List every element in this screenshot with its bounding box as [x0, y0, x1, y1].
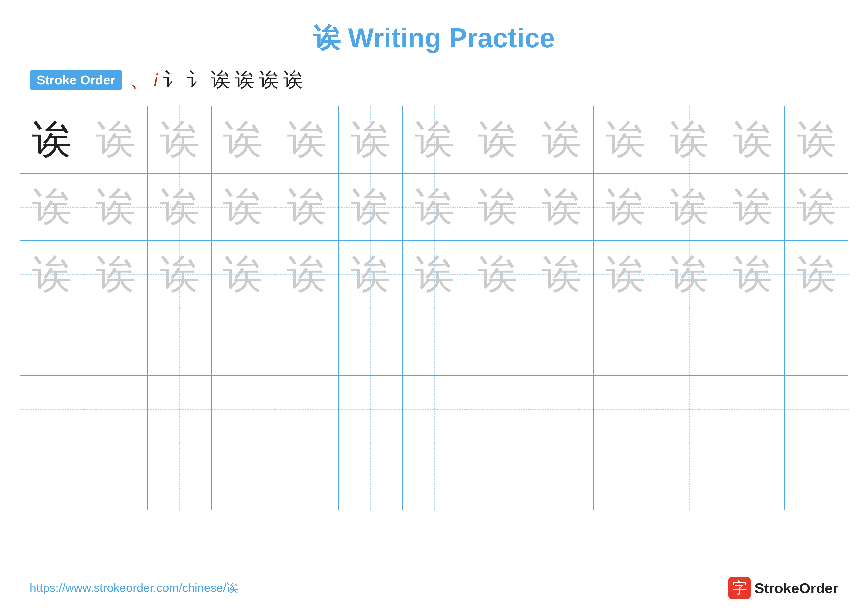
grid-cell[interactable]: [721, 308, 785, 375]
page-title: 诶 Writing Practice: [0, 0, 868, 57]
grid-cell[interactable]: [467, 443, 530, 510]
grid-cell[interactable]: [275, 443, 339, 510]
grid-cell[interactable]: 诶: [148, 106, 212, 173]
grid-cell[interactable]: [657, 376, 721, 443]
stroke-1: 、: [130, 67, 149, 93]
practice-grid: 诶 诶 诶 诶 诶 诶 诶 诶 诶 诶 诶 诶 诶 诶 诶 诶 诶 诶 诶 诶 …: [20, 106, 848, 510]
grid-cell[interactable]: 诶: [530, 241, 594, 308]
stroke-8: 诶: [283, 67, 303, 93]
grid-cell[interactable]: [20, 376, 84, 443]
grid-cell[interactable]: [275, 308, 339, 375]
grid-cell[interactable]: 诶: [339, 106, 403, 173]
grid-cell[interactable]: 诶: [403, 241, 467, 308]
grid-row-1: 诶 诶 诶 诶 诶 诶 诶 诶 诶 诶 诶 诶 诶: [20, 106, 848, 174]
grid-cell[interactable]: [785, 376, 849, 443]
grid-cell[interactable]: 诶: [84, 241, 148, 308]
grid-cell[interactable]: [467, 308, 530, 375]
grid-cell[interactable]: [339, 376, 403, 443]
stroke-order-badge: Stroke Order: [30, 70, 122, 90]
grid-cell[interactable]: [84, 376, 148, 443]
grid-cell[interactable]: [212, 376, 275, 443]
grid-cell[interactable]: 诶: [594, 174, 658, 241]
grid-cell[interactable]: 诶: [275, 241, 339, 308]
grid-cell[interactable]: [530, 376, 594, 443]
stroke-5: 诶: [211, 67, 230, 93]
grid-cell[interactable]: 诶: [212, 174, 275, 241]
grid-cell[interactable]: [403, 376, 467, 443]
grid-cell[interactable]: 诶: [785, 174, 849, 241]
grid-cell[interactable]: 诶: [657, 106, 721, 173]
grid-cell[interactable]: [339, 443, 403, 510]
logo-icon: 字: [728, 577, 751, 599]
grid-cell[interactable]: 诶: [275, 106, 339, 173]
grid-cell[interactable]: [20, 308, 84, 375]
stroke-order-section: Stroke Order 、 i 讠 讠 诶 诶 诶 诶: [0, 67, 868, 93]
grid-row-4: [20, 308, 848, 376]
title-text: 诶 Writing Practice: [313, 23, 555, 53]
grid-cell[interactable]: 诶: [721, 241, 785, 308]
grid-cell[interactable]: [721, 376, 785, 443]
grid-cell[interactable]: [403, 308, 467, 375]
footer-url[interactable]: https://www.strokeorder.com/chinese/诶: [30, 580, 238, 596]
footer-logo: 字 StrokeOrder: [728, 577, 838, 599]
grid-cell[interactable]: [721, 443, 785, 510]
grid-cell[interactable]: 诶: [530, 174, 594, 241]
grid-cell[interactable]: [530, 308, 594, 375]
grid-cell[interactable]: 诶: [467, 241, 530, 308]
grid-cell[interactable]: [148, 308, 212, 375]
grid-cell[interactable]: 诶: [467, 174, 530, 241]
grid-cell[interactable]: 诶: [403, 174, 467, 241]
grid-cell[interactable]: 诶: [20, 174, 84, 241]
grid-cell[interactable]: 诶: [785, 241, 849, 308]
grid-cell[interactable]: [785, 308, 849, 375]
grid-cell[interactable]: [84, 443, 148, 510]
grid-cell[interactable]: 诶: [403, 106, 467, 173]
grid-cell[interactable]: [20, 443, 84, 510]
grid-cell[interactable]: [467, 376, 530, 443]
grid-cell[interactable]: 诶: [212, 106, 275, 173]
grid-cell[interactable]: [275, 376, 339, 443]
grid-cell[interactable]: [657, 308, 721, 375]
grid-cell[interactable]: 诶: [657, 174, 721, 241]
grid-cell[interactable]: 诶: [785, 106, 849, 173]
stroke-sequence: 、 i 讠 讠 诶 诶 诶 诶: [130, 67, 303, 93]
grid-cell[interactable]: 诶: [594, 241, 658, 308]
grid-cell[interactable]: [594, 308, 658, 375]
grid-cell[interactable]: 诶: [275, 174, 339, 241]
grid-cell[interactable]: [84, 308, 148, 375]
grid-cell[interactable]: 诶: [148, 241, 212, 308]
stroke-3: 讠: [162, 67, 182, 93]
grid-row-5: [20, 376, 848, 443]
grid-cell[interactable]: [785, 443, 849, 510]
grid-cell[interactable]: 诶: [148, 174, 212, 241]
grid-cell[interactable]: [594, 443, 658, 510]
logo-text: StrokeOrder: [755, 580, 838, 597]
grid-cell[interactable]: 诶: [339, 174, 403, 241]
grid-cell[interactable]: [339, 308, 403, 375]
grid-cell[interactable]: [148, 443, 212, 510]
grid-cell[interactable]: 诶: [20, 241, 84, 308]
grid-cell[interactable]: [212, 308, 275, 375]
grid-cell[interactable]: 诶: [721, 106, 785, 173]
stroke-6: 诶: [235, 67, 254, 93]
grid-row-6: [20, 443, 848, 510]
grid-cell[interactable]: 诶: [721, 174, 785, 241]
grid-cell[interactable]: [594, 376, 658, 443]
grid-cell[interactable]: 诶: [594, 106, 658, 173]
grid-cell[interactable]: 诶: [530, 106, 594, 173]
grid-cell[interactable]: [657, 443, 721, 510]
grid-cell[interactable]: 诶: [84, 174, 148, 241]
grid-cell[interactable]: 诶: [84, 106, 148, 173]
grid-cell[interactable]: 诶: [657, 241, 721, 308]
grid-cell[interactable]: 诶: [339, 241, 403, 308]
grid-cell[interactable]: 诶: [212, 241, 275, 308]
grid-row-2: 诶 诶 诶 诶 诶 诶 诶 诶 诶 诶 诶 诶 诶: [20, 174, 848, 241]
grid-cell[interactable]: 诶: [20, 106, 84, 173]
stroke-4: 讠: [186, 67, 206, 93]
footer: https://www.strokeorder.com/chinese/诶 字 …: [0, 577, 868, 599]
grid-cell[interactable]: [403, 443, 467, 510]
grid-cell[interactable]: [148, 376, 212, 443]
grid-cell[interactable]: 诶: [467, 106, 530, 173]
grid-cell[interactable]: [530, 443, 594, 510]
grid-cell[interactable]: [212, 443, 275, 510]
